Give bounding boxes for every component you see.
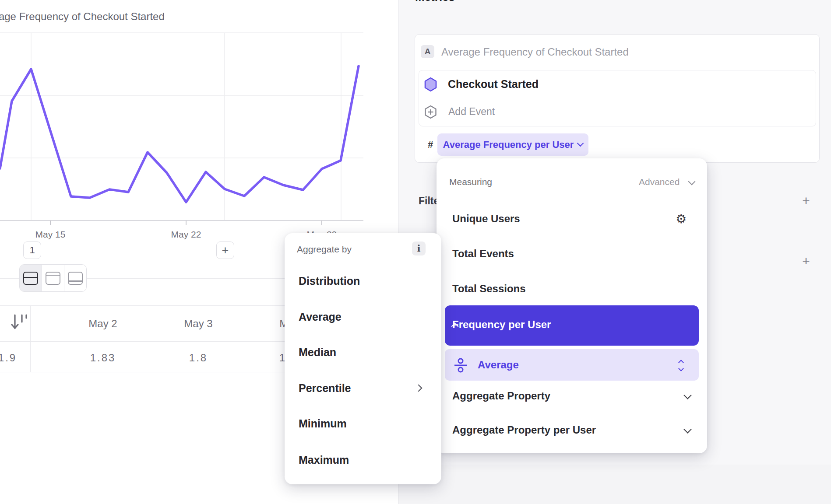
chart-value-box[interactable]: 1: [23, 242, 41, 259]
event-name[interactable]: Checkout Started: [448, 78, 539, 91]
advanced-dropdown[interactable]: Advanced: [639, 177, 680, 187]
toggle-split-rows[interactable]: [20, 265, 42, 291]
numeric-type-icon: #: [428, 139, 433, 150]
split-top-icon: [46, 272, 60, 285]
x-axis-label: May 15: [24, 229, 77, 240]
add-event-icon[interactable]: [424, 105, 437, 119]
table-cell: 1.8: [168, 352, 229, 364]
split-rows-icon: [23, 272, 38, 285]
gear-icon[interactable]: ⚙: [676, 212, 687, 226]
metric-letter-badge: A: [421, 45, 434, 58]
average-divide-icon: [454, 357, 468, 373]
menu-item-aggregate-property[interactable]: Aggregate Property: [452, 390, 550, 402]
menu-item-total-sessions[interactable]: Total Sessions: [452, 283, 526, 295]
table-cell: 1.83: [72, 352, 134, 364]
aggregate-by-label: Aggregate by: [297, 244, 352, 255]
menu-item-frequency-average[interactable]: Average: [445, 349, 699, 381]
menu-item-frequency-per-user[interactable]: Frequency per User: [445, 305, 699, 346]
measuring-label: Measuring: [449, 177, 492, 187]
add-filter-button[interactable]: +: [801, 196, 811, 206]
sort-icon[interactable]: [10, 312, 30, 332]
menu-item-median[interactable]: Median: [299, 346, 336, 359]
view-layout-toggle-group: [19, 264, 87, 292]
metrics-section-heading: Metrics: [415, 0, 455, 4]
add-filter-button-2[interactable]: +: [801, 256, 811, 267]
insights-report-page: Average Frequency of Checkout Started Ma…: [0, 0, 831, 504]
plus-icon: +: [222, 244, 229, 257]
menu-item-aggregate-property-per-user[interactable]: Aggregate Property per User: [452, 424, 596, 436]
menu-item-total-events[interactable]: Total Events: [452, 248, 514, 260]
add-event-button[interactable]: Add Event: [448, 106, 495, 118]
table-cell: 1.9: [0, 352, 38, 364]
info-icon[interactable]: i: [412, 242, 426, 256]
sort-down-icon: [678, 366, 684, 371]
x-axis-label: May 22: [160, 229, 212, 240]
event-hexagon-icon: [423, 77, 438, 92]
menu-item-percentile[interactable]: Percentile: [299, 382, 351, 395]
sort-up-icon: [678, 360, 684, 365]
frequency-line-chart: [0, 0, 363, 245]
split-bottom-icon: [68, 272, 83, 285]
menu-item-maximum[interactable]: Maximum: [299, 454, 349, 466]
chevron-down-icon: [577, 140, 584, 147]
panel-footer-area: [398, 465, 831, 504]
add-button[interactable]: +: [216, 242, 234, 259]
toggle-split-top[interactable]: [42, 265, 64, 291]
metric-title[interactable]: Average Frequency of Checkout Started: [441, 46, 629, 58]
measurement-dropdown[interactable]: Average Frequency per User: [437, 133, 588, 156]
table-header-may2[interactable]: May 2: [72, 318, 134, 330]
toggle-split-bottom[interactable]: [64, 265, 86, 291]
table-header-may3[interactable]: May 3: [168, 318, 229, 330]
menu-item-average[interactable]: Average: [299, 311, 342, 323]
aggregate-by-popup: [285, 233, 441, 484]
menu-item-minimum[interactable]: Minimum: [299, 417, 347, 430]
menu-item-unique-users[interactable]: Unique Users: [452, 213, 520, 225]
menu-item-distribution[interactable]: Distribution: [299, 275, 360, 287]
